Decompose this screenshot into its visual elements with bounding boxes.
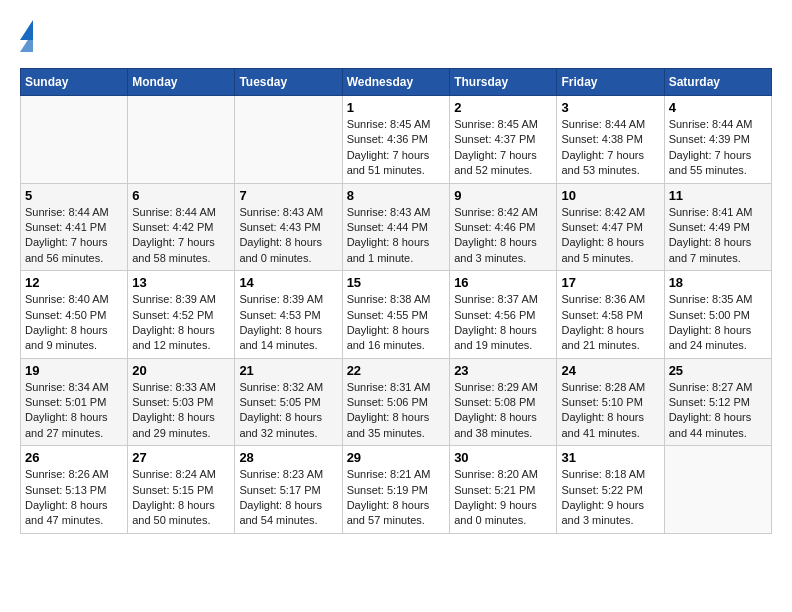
day-info: Sunrise: 8:40 AM Sunset: 4:50 PM Dayligh…: [25, 292, 123, 354]
day-number: 11: [669, 188, 767, 203]
calendar-cell: 31Sunrise: 8:18 AM Sunset: 5:22 PM Dayli…: [557, 446, 664, 534]
day-number: 24: [561, 363, 659, 378]
day-info: Sunrise: 8:44 AM Sunset: 4:38 PM Dayligh…: [561, 117, 659, 179]
calendar-cell: 26Sunrise: 8:26 AM Sunset: 5:13 PM Dayli…: [21, 446, 128, 534]
calendar-cell: 21Sunrise: 8:32 AM Sunset: 5:05 PM Dayli…: [235, 358, 342, 446]
day-number: 9: [454, 188, 552, 203]
day-info: Sunrise: 8:45 AM Sunset: 4:37 PM Dayligh…: [454, 117, 552, 179]
day-info: Sunrise: 8:24 AM Sunset: 5:15 PM Dayligh…: [132, 467, 230, 529]
day-info: Sunrise: 8:43 AM Sunset: 4:43 PM Dayligh…: [239, 205, 337, 267]
day-info: Sunrise: 8:38 AM Sunset: 4:55 PM Dayligh…: [347, 292, 446, 354]
day-number: 15: [347, 275, 446, 290]
calendar-cell: 14Sunrise: 8:39 AM Sunset: 4:53 PM Dayli…: [235, 271, 342, 359]
day-info: Sunrise: 8:26 AM Sunset: 5:13 PM Dayligh…: [25, 467, 123, 529]
calendar-cell: 13Sunrise: 8:39 AM Sunset: 4:52 PM Dayli…: [128, 271, 235, 359]
weekday-header-saturday: Saturday: [664, 69, 771, 96]
day-info: Sunrise: 8:36 AM Sunset: 4:58 PM Dayligh…: [561, 292, 659, 354]
calendar-cell: 17Sunrise: 8:36 AM Sunset: 4:58 PM Dayli…: [557, 271, 664, 359]
day-number: 19: [25, 363, 123, 378]
calendar-cell: 27Sunrise: 8:24 AM Sunset: 5:15 PM Dayli…: [128, 446, 235, 534]
calendar-cell: 11Sunrise: 8:41 AM Sunset: 4:49 PM Dayli…: [664, 183, 771, 271]
calendar-table: SundayMondayTuesdayWednesdayThursdayFrid…: [20, 68, 772, 534]
day-info: Sunrise: 8:27 AM Sunset: 5:12 PM Dayligh…: [669, 380, 767, 442]
day-info: Sunrise: 8:21 AM Sunset: 5:19 PM Dayligh…: [347, 467, 446, 529]
day-info: Sunrise: 8:20 AM Sunset: 5:21 PM Dayligh…: [454, 467, 552, 529]
day-number: 8: [347, 188, 446, 203]
day-number: 20: [132, 363, 230, 378]
weekday-header-monday: Monday: [128, 69, 235, 96]
calendar-cell: 2Sunrise: 8:45 AM Sunset: 4:37 PM Daylig…: [450, 96, 557, 184]
day-info: Sunrise: 8:45 AM Sunset: 4:36 PM Dayligh…: [347, 117, 446, 179]
day-info: Sunrise: 8:33 AM Sunset: 5:03 PM Dayligh…: [132, 380, 230, 442]
day-number: 21: [239, 363, 337, 378]
day-info: Sunrise: 8:23 AM Sunset: 5:17 PM Dayligh…: [239, 467, 337, 529]
day-number: 28: [239, 450, 337, 465]
day-number: 25: [669, 363, 767, 378]
day-number: 31: [561, 450, 659, 465]
calendar-cell: 1Sunrise: 8:45 AM Sunset: 4:36 PM Daylig…: [342, 96, 450, 184]
day-info: Sunrise: 8:44 AM Sunset: 4:42 PM Dayligh…: [132, 205, 230, 267]
calendar-cell: [21, 96, 128, 184]
calendar-cell: 5Sunrise: 8:44 AM Sunset: 4:41 PM Daylig…: [21, 183, 128, 271]
calendar-cell: 23Sunrise: 8:29 AM Sunset: 5:08 PM Dayli…: [450, 358, 557, 446]
calendar-cell: 7Sunrise: 8:43 AM Sunset: 4:43 PM Daylig…: [235, 183, 342, 271]
day-number: 27: [132, 450, 230, 465]
calendar-cell: 8Sunrise: 8:43 AM Sunset: 4:44 PM Daylig…: [342, 183, 450, 271]
calendar-cell: 30Sunrise: 8:20 AM Sunset: 5:21 PM Dayli…: [450, 446, 557, 534]
day-info: Sunrise: 8:28 AM Sunset: 5:10 PM Dayligh…: [561, 380, 659, 442]
weekday-header-thursday: Thursday: [450, 69, 557, 96]
calendar-cell: 28Sunrise: 8:23 AM Sunset: 5:17 PM Dayli…: [235, 446, 342, 534]
calendar-cell: 24Sunrise: 8:28 AM Sunset: 5:10 PM Dayli…: [557, 358, 664, 446]
day-number: 2: [454, 100, 552, 115]
day-number: 6: [132, 188, 230, 203]
calendar-cell: 6Sunrise: 8:44 AM Sunset: 4:42 PM Daylig…: [128, 183, 235, 271]
calendar-cell: 16Sunrise: 8:37 AM Sunset: 4:56 PM Dayli…: [450, 271, 557, 359]
weekday-header-wednesday: Wednesday: [342, 69, 450, 96]
day-info: Sunrise: 8:39 AM Sunset: 4:52 PM Dayligh…: [132, 292, 230, 354]
logo: [20, 20, 43, 52]
page-header: [20, 20, 772, 52]
calendar-cell: 9Sunrise: 8:42 AM Sunset: 4:46 PM Daylig…: [450, 183, 557, 271]
day-number: 30: [454, 450, 552, 465]
day-number: 16: [454, 275, 552, 290]
day-number: 7: [239, 188, 337, 203]
calendar-header: SundayMondayTuesdayWednesdayThursdayFrid…: [21, 69, 772, 96]
calendar-cell: 4Sunrise: 8:44 AM Sunset: 4:39 PM Daylig…: [664, 96, 771, 184]
day-number: 4: [669, 100, 767, 115]
calendar-cell: 25Sunrise: 8:27 AM Sunset: 5:12 PM Dayli…: [664, 358, 771, 446]
weekday-header-tuesday: Tuesday: [235, 69, 342, 96]
calendar-cell: [664, 446, 771, 534]
day-info: Sunrise: 8:39 AM Sunset: 4:53 PM Dayligh…: [239, 292, 337, 354]
day-number: 12: [25, 275, 123, 290]
day-info: Sunrise: 8:34 AM Sunset: 5:01 PM Dayligh…: [25, 380, 123, 442]
day-number: 26: [25, 450, 123, 465]
day-info: Sunrise: 8:42 AM Sunset: 4:47 PM Dayligh…: [561, 205, 659, 267]
day-info: Sunrise: 8:43 AM Sunset: 4:44 PM Dayligh…: [347, 205, 446, 267]
day-number: 14: [239, 275, 337, 290]
day-info: Sunrise: 8:18 AM Sunset: 5:22 PM Dayligh…: [561, 467, 659, 529]
calendar-cell: 22Sunrise: 8:31 AM Sunset: 5:06 PM Dayli…: [342, 358, 450, 446]
calendar-cell: 19Sunrise: 8:34 AM Sunset: 5:01 PM Dayli…: [21, 358, 128, 446]
day-number: 10: [561, 188, 659, 203]
day-info: Sunrise: 8:31 AM Sunset: 5:06 PM Dayligh…: [347, 380, 446, 442]
day-info: Sunrise: 8:44 AM Sunset: 4:41 PM Dayligh…: [25, 205, 123, 267]
calendar-cell: 20Sunrise: 8:33 AM Sunset: 5:03 PM Dayli…: [128, 358, 235, 446]
day-number: 1: [347, 100, 446, 115]
calendar-cell: 12Sunrise: 8:40 AM Sunset: 4:50 PM Dayli…: [21, 271, 128, 359]
day-info: Sunrise: 8:44 AM Sunset: 4:39 PM Dayligh…: [669, 117, 767, 179]
weekday-header-friday: Friday: [557, 69, 664, 96]
calendar-cell: [128, 96, 235, 184]
day-number: 22: [347, 363, 446, 378]
day-number: 3: [561, 100, 659, 115]
day-info: Sunrise: 8:41 AM Sunset: 4:49 PM Dayligh…: [669, 205, 767, 267]
calendar-cell: 3Sunrise: 8:44 AM Sunset: 4:38 PM Daylig…: [557, 96, 664, 184]
weekday-header-sunday: Sunday: [21, 69, 128, 96]
day-info: Sunrise: 8:42 AM Sunset: 4:46 PM Dayligh…: [454, 205, 552, 267]
calendar-cell: 18Sunrise: 8:35 AM Sunset: 5:00 PM Dayli…: [664, 271, 771, 359]
day-number: 13: [132, 275, 230, 290]
day-number: 29: [347, 450, 446, 465]
calendar-cell: 10Sunrise: 8:42 AM Sunset: 4:47 PM Dayli…: [557, 183, 664, 271]
day-number: 5: [25, 188, 123, 203]
day-info: Sunrise: 8:37 AM Sunset: 4:56 PM Dayligh…: [454, 292, 552, 354]
day-info: Sunrise: 8:32 AM Sunset: 5:05 PM Dayligh…: [239, 380, 337, 442]
